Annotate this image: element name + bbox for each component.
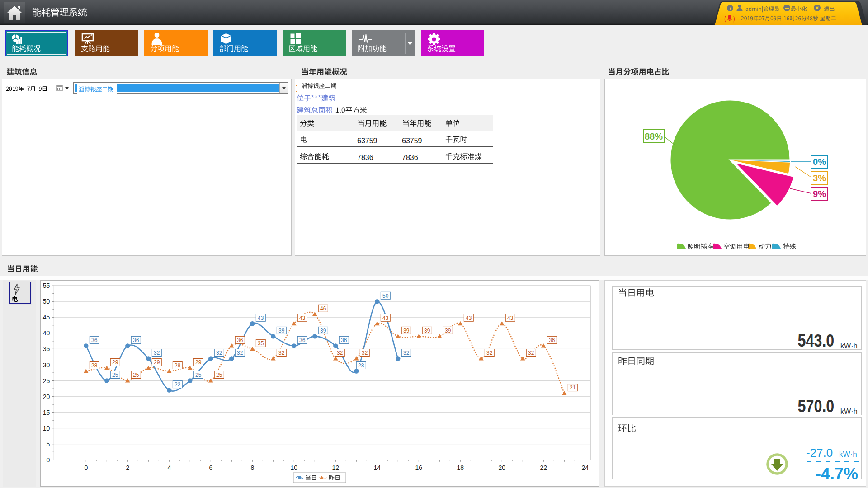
svg-text:43: 43 xyxy=(507,315,514,321)
svg-text:24: 24 xyxy=(582,464,589,471)
svg-text:88%: 88% xyxy=(645,131,663,141)
svg-text:28: 28 xyxy=(91,362,98,369)
svg-text:46: 46 xyxy=(320,305,326,312)
svg-text:25: 25 xyxy=(216,372,222,378)
svg-text:16: 16 xyxy=(415,464,423,471)
svg-text:36: 36 xyxy=(299,337,306,343)
svg-text:32: 32 xyxy=(216,350,222,356)
svg-text:43: 43 xyxy=(258,315,264,321)
svg-text:43: 43 xyxy=(466,315,472,321)
svg-text:0: 0 xyxy=(47,456,50,464)
svg-text:28: 28 xyxy=(358,362,364,369)
svg-text:25: 25 xyxy=(195,372,202,378)
svg-text:20: 20 xyxy=(499,464,506,471)
svg-text:9%: 9% xyxy=(813,189,826,199)
svg-text:3%: 3% xyxy=(813,173,826,183)
svg-text:43: 43 xyxy=(299,315,306,321)
svg-text:50: 50 xyxy=(43,298,50,305)
svg-text:2: 2 xyxy=(126,464,129,471)
svg-text:39: 39 xyxy=(278,328,285,334)
svg-text:39: 39 xyxy=(424,328,430,334)
svg-text:15: 15 xyxy=(43,409,50,416)
svg-text:35: 35 xyxy=(43,345,50,352)
svg-text:35: 35 xyxy=(258,340,264,347)
svg-text:12: 12 xyxy=(332,464,340,471)
svg-text:14: 14 xyxy=(374,464,381,471)
svg-text:45: 45 xyxy=(43,314,50,321)
svg-text:32: 32 xyxy=(237,350,243,356)
svg-text:5: 5 xyxy=(47,441,50,448)
svg-text:32: 32 xyxy=(362,350,368,356)
svg-text:0%: 0% xyxy=(813,157,826,167)
svg-text:6: 6 xyxy=(209,464,212,471)
svg-text:36: 36 xyxy=(91,337,98,343)
svg-text:i: i xyxy=(729,5,731,11)
svg-text:32: 32 xyxy=(486,350,493,356)
svg-text:32: 32 xyxy=(154,350,160,356)
svg-text:29: 29 xyxy=(195,359,202,366)
svg-text:10: 10 xyxy=(43,425,50,432)
svg-text:25: 25 xyxy=(133,372,139,378)
svg-text:39: 39 xyxy=(403,328,410,334)
svg-text:32: 32 xyxy=(528,350,534,356)
svg-text:21: 21 xyxy=(570,385,576,391)
svg-text:30: 30 xyxy=(43,361,50,369)
svg-text:28: 28 xyxy=(175,362,181,369)
svg-text:29: 29 xyxy=(154,359,160,366)
svg-text:8: 8 xyxy=(250,464,254,471)
svg-text:36: 36 xyxy=(549,337,555,343)
svg-text:36: 36 xyxy=(237,337,243,343)
svg-text:32: 32 xyxy=(337,350,343,356)
svg-text:25: 25 xyxy=(112,372,118,378)
svg-text:18: 18 xyxy=(457,464,464,471)
svg-text:55: 55 xyxy=(43,282,50,289)
svg-text:39: 39 xyxy=(445,328,451,334)
svg-text:36: 36 xyxy=(341,337,347,343)
svg-text:40: 40 xyxy=(43,329,50,337)
svg-text:29: 29 xyxy=(112,359,118,366)
svg-text:25: 25 xyxy=(43,377,50,385)
svg-text:22: 22 xyxy=(540,464,547,471)
svg-text:43: 43 xyxy=(382,315,389,321)
svg-text:39: 39 xyxy=(320,328,326,334)
svg-text:4: 4 xyxy=(167,464,171,471)
svg-text:0: 0 xyxy=(84,464,88,471)
svg-text:32: 32 xyxy=(403,350,410,356)
svg-text:20: 20 xyxy=(43,393,50,400)
svg-text:22: 22 xyxy=(175,381,181,388)
svg-text:10: 10 xyxy=(291,464,298,471)
svg-text:50: 50 xyxy=(382,293,389,299)
svg-text:36: 36 xyxy=(133,337,139,343)
svg-text:32: 32 xyxy=(278,350,285,356)
